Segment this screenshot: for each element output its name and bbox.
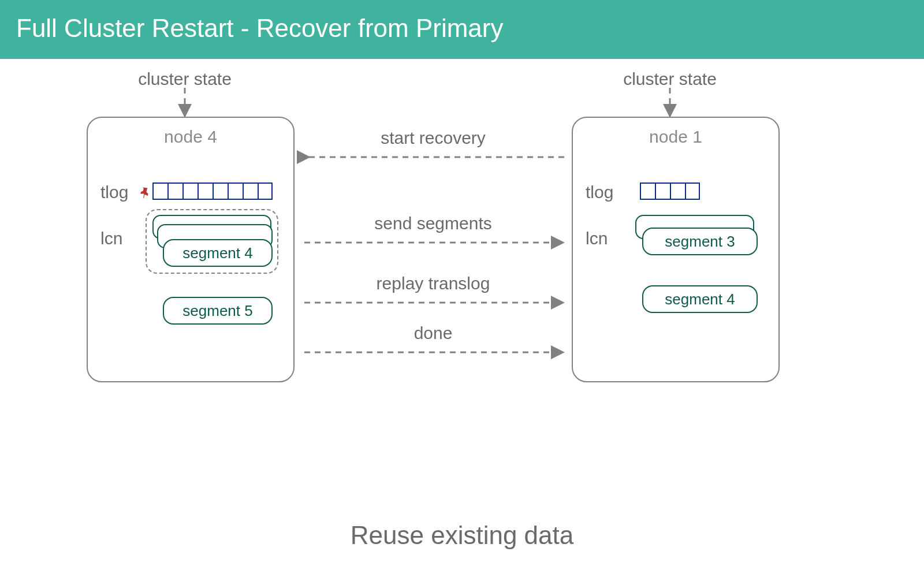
slide-title: Full Cluster Restart - Recover from Prim…: [0, 0, 924, 59]
node-left: node 4 tlog lcn segment 4 segment 5: [87, 117, 295, 382]
cluster-state-right-label: cluster state: [606, 69, 733, 89]
msg-replay-translog: replay translog: [323, 274, 543, 293]
node-left-tlog-cells: [152, 183, 273, 200]
node-right-tlog-cells: [640, 183, 700, 200]
node-left-lcn-label: lcn: [100, 229, 122, 248]
node-left-title: node 4: [88, 127, 293, 147]
arrow-replay-translog: [301, 298, 567, 307]
node-right-seg-top: segment 3: [642, 228, 758, 255]
diagram-stage: cluster state cluster state node 4 tlog …: [0, 59, 924, 509]
msg-done: done: [323, 323, 543, 343]
pushpin-icon: [136, 184, 152, 200]
node-right-seg-bottom: segment 4: [642, 285, 758, 313]
node-left-tlog-label: tlog: [100, 183, 128, 202]
footer-caption: Reuse existing data: [0, 521, 924, 550]
arrow-done: [301, 348, 567, 357]
node-right-tlog-label: tlog: [586, 183, 613, 202]
segment-group-front: segment 4: [163, 239, 273, 267]
node-right-lcn-label: lcn: [586, 229, 608, 248]
node-right: node 1 tlog lcn segment 3 segment 4: [572, 117, 780, 382]
arrow-send-segments: [301, 238, 567, 247]
msg-send-segments: send segments: [323, 214, 543, 233]
node-right-title: node 1: [573, 127, 778, 147]
cluster-state-left-label: cluster state: [121, 69, 248, 89]
arrow-start-recovery: [301, 152, 567, 162]
segment-extra: segment 5: [163, 297, 273, 325]
msg-start-recovery: start recovery: [323, 128, 543, 148]
